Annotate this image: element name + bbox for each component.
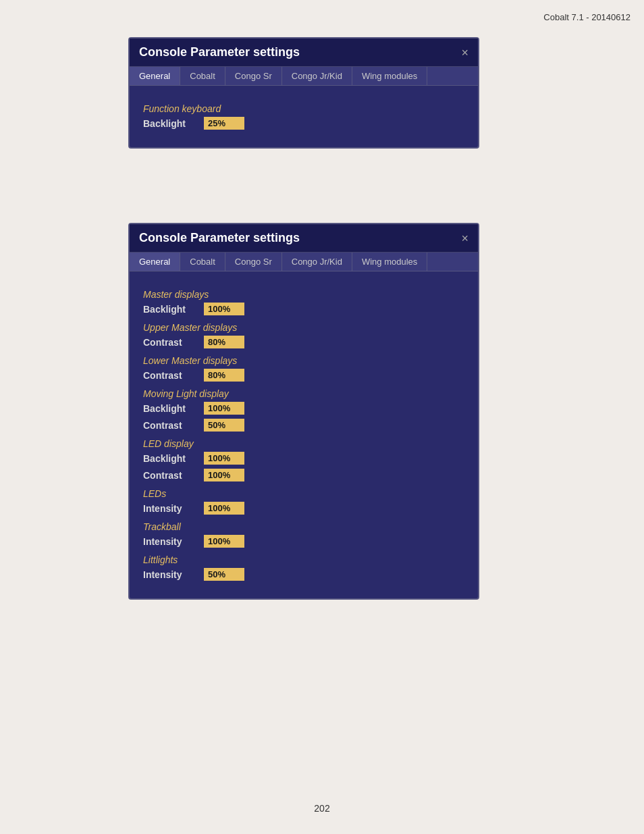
param-row-led-backlight: Backlight 100% bbox=[143, 452, 464, 465]
param-value-leds-intensity[interactable]: 100% bbox=[204, 502, 244, 515]
param-row-littlights-intensity: Intensity 50% bbox=[143, 568, 464, 581]
param-value-led-contrast[interactable]: 100% bbox=[204, 469, 244, 481]
section-led-display: LED display bbox=[143, 438, 464, 449]
param-row-led-contrast: Contrast 100% bbox=[143, 469, 464, 481]
param-name-trackball-intensity: Intensity bbox=[143, 536, 204, 547]
param-row-upper-contrast: Contrast 80% bbox=[143, 336, 464, 348]
param-row-ml-contrast: Contrast 50% bbox=[143, 419, 464, 432]
param-name-backlight-1: Backlight bbox=[143, 118, 204, 129]
param-row-trackball-intensity: Intensity 100% bbox=[143, 535, 464, 548]
param-row-ml-backlight: Backlight 100% bbox=[143, 402, 464, 415]
tab-congosr-2[interactable]: Congo Sr bbox=[225, 253, 282, 271]
dialog-2: Console Parameter settings × General Cob… bbox=[128, 223, 479, 600]
param-name-littlights-intensity: Intensity bbox=[143, 569, 204, 580]
dialog-1-title-bar: Console Parameter settings × bbox=[130, 38, 478, 67]
page-number: 202 bbox=[314, 803, 329, 814]
section-littlights: Littlights bbox=[143, 554, 464, 565]
param-name-led-contrast: Contrast bbox=[143, 470, 204, 481]
param-name-leds-intensity: Intensity bbox=[143, 503, 204, 514]
tab-wingmodules-2[interactable]: Wing modules bbox=[352, 253, 427, 271]
dialog-1: Console Parameter settings × General Cob… bbox=[128, 37, 479, 149]
param-name-led-backlight: Backlight bbox=[143, 453, 204, 464]
section-upper-master-displays: Upper Master displays bbox=[143, 322, 464, 333]
tab-general-1[interactable]: General bbox=[130, 67, 180, 85]
section-lower-master-displays: Lower Master displays bbox=[143, 355, 464, 366]
dialog-2-close-button[interactable]: × bbox=[461, 232, 468, 244]
section-master-displays: Master displays bbox=[143, 289, 464, 300]
param-value-trackball-intensity[interactable]: 100% bbox=[204, 535, 244, 548]
param-value-upper-contrast[interactable]: 80% bbox=[204, 336, 244, 348]
section-leds: LEDs bbox=[143, 488, 464, 499]
param-value-master-backlight[interactable]: 100% bbox=[204, 303, 244, 315]
param-row-backlight-1: Backlight 25% bbox=[143, 117, 464, 130]
param-row-master-backlight: Backlight 100% bbox=[143, 303, 464, 315]
version-label: Cobalt 7.1 - 20140612 bbox=[543, 12, 630, 22]
dialog-2-body: Master displays Backlight 100% Upper Mas… bbox=[130, 271, 478, 598]
tab-congojrkid-2[interactable]: Congo Jr/Kid bbox=[282, 253, 352, 271]
tab-wingmodules-1[interactable]: Wing modules bbox=[352, 67, 427, 85]
param-row-lower-contrast: Contrast 80% bbox=[143, 369, 464, 382]
section-moving-light-display: Moving Light display bbox=[143, 388, 464, 399]
section-trackball: Trackball bbox=[143, 521, 464, 532]
param-value-ml-backlight[interactable]: 100% bbox=[204, 402, 244, 415]
param-name-upper-contrast: Contrast bbox=[143, 337, 204, 348]
tab-congosr-1[interactable]: Congo Sr bbox=[225, 67, 282, 85]
param-value-ml-contrast[interactable]: 50% bbox=[204, 419, 244, 432]
section-function-keyboard: Function keyboard bbox=[143, 103, 464, 114]
dialog-1-body: Function keyboard Backlight 25% bbox=[130, 86, 478, 147]
dialog-1-title: Console Parameter settings bbox=[139, 45, 300, 59]
param-name-ml-contrast: Contrast bbox=[143, 420, 204, 431]
param-name-lower-contrast: Contrast bbox=[143, 370, 204, 381]
param-name-ml-backlight: Backlight bbox=[143, 403, 204, 414]
tab-cobalt-2[interactable]: Cobalt bbox=[180, 253, 225, 271]
param-name-master-backlight: Backlight bbox=[143, 304, 204, 315]
param-value-backlight-1[interactable]: 25% bbox=[204, 117, 244, 130]
param-row-leds-intensity: Intensity 100% bbox=[143, 502, 464, 515]
dialog-2-title-bar: Console Parameter settings × bbox=[130, 224, 478, 253]
param-value-littlights-intensity[interactable]: 50% bbox=[204, 568, 244, 581]
dialog-1-tab-bar: General Cobalt Congo Sr Congo Jr/Kid Win… bbox=[130, 67, 478, 86]
param-value-led-backlight[interactable]: 100% bbox=[204, 452, 244, 465]
tab-general-2[interactable]: General bbox=[130, 253, 180, 271]
param-value-lower-contrast[interactable]: 80% bbox=[204, 369, 244, 382]
tab-cobalt-1[interactable]: Cobalt bbox=[180, 67, 225, 85]
tab-congojrkid-1[interactable]: Congo Jr/Kid bbox=[282, 67, 352, 85]
dialog-1-close-button[interactable]: × bbox=[461, 47, 468, 59]
dialog-2-tab-bar: General Cobalt Congo Sr Congo Jr/Kid Win… bbox=[130, 253, 478, 271]
dialog-2-title: Console Parameter settings bbox=[139, 231, 300, 245]
